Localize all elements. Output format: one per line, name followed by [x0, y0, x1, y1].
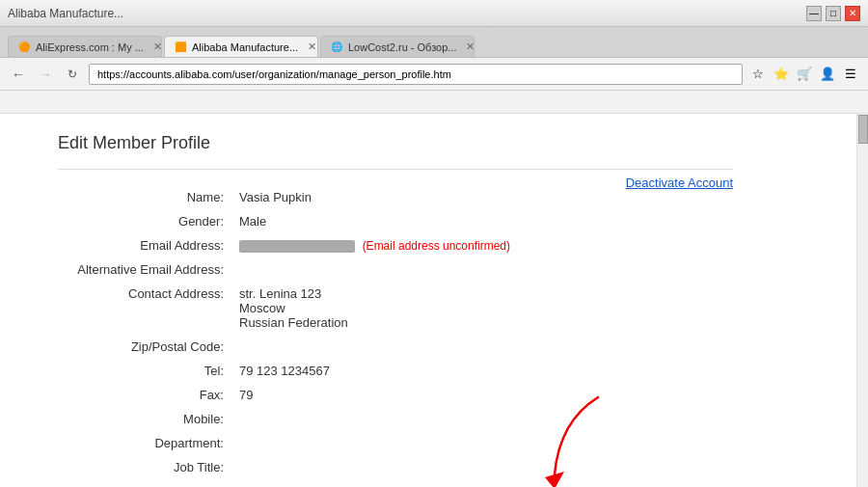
field-value-zip	[231, 335, 733, 359]
field-label-email: Email Address:	[58, 233, 231, 257]
page-content: Edit Member Profile Deactivate Account N…	[0, 114, 868, 487]
table-row: Department:	[58, 431, 733, 455]
field-label-address: Contact Address:	[58, 282, 231, 335]
tab-close-1[interactable]: ✕	[153, 41, 162, 53]
field-value-fax: 79	[231, 383, 733, 407]
table-row: Job Title:	[58, 455, 733, 479]
tab-label-1: AliExpress.com : My ...	[36, 41, 144, 53]
email-unconfirmed-label: (Email address unconfirmed)	[363, 239, 510, 253]
table-row: Contact Address: str. Lenina 123MoscowRu…	[58, 282, 733, 335]
email-blurred	[239, 240, 355, 253]
profile-table: Name: Vasia Pupkin Gender: Male Email Ad…	[58, 185, 733, 479]
table-row: Alternative Email Address:	[58, 257, 733, 282]
field-label-mobile: Mobile:	[58, 407, 231, 431]
bookmarks-bar	[0, 91, 868, 114]
field-value-address: str. Lenina 123MoscowRussian Federation	[231, 282, 733, 335]
title-bar: Alibaba Manufacture... — □ ✕	[0, 0, 868, 27]
field-label-tel: Tel:	[58, 359, 231, 383]
page-wrapper: Edit Member Profile Deactivate Account N…	[0, 114, 868, 487]
tab-aliexpress[interactable]: 🟠 AliExpress.com : My ... ✕	[8, 36, 162, 57]
tab-favicon-2: 🟧	[175, 41, 186, 52]
field-value-alt-email	[231, 257, 733, 282]
scrollbar-track[interactable]	[856, 114, 868, 487]
refresh-button[interactable]: ↻	[62, 64, 83, 85]
page-title: Edit Member Profile	[58, 133, 733, 153]
user-icon[interactable]: 👤	[818, 65, 837, 84]
address-bar: ← → ↻ ☆ ⭐ 🛒 👤 ☰	[0, 58, 868, 91]
maximize-button[interactable]: □	[826, 6, 841, 21]
deactivate-account-link[interactable]: Deactivate Account	[626, 176, 733, 190]
field-label-fax: Fax:	[58, 383, 231, 407]
field-label-zip: Zip/Postal Code:	[58, 335, 231, 359]
field-value-mobile	[231, 407, 733, 431]
menu-icon[interactable]: ☰	[841, 65, 860, 84]
minimize-button[interactable]: —	[806, 6, 822, 21]
field-label-jobtitle: Job Title:	[58, 455, 231, 479]
field-label-name: Name:	[58, 185, 231, 209]
tab-close-2[interactable]: ✕	[308, 41, 316, 53]
table-row: Fax: 79	[58, 383, 733, 407]
cart-icon[interactable]: 🛒	[795, 65, 814, 84]
field-label-gender: Gender:	[58, 209, 231, 233]
page-tab-title: Alibaba Manufacture...	[8, 7, 123, 20]
tab-lowcost[interactable]: 🌐 LowCost2.ru - Обзор... ✕	[320, 36, 475, 57]
field-label-department: Department:	[58, 431, 231, 455]
field-value-department	[231, 431, 733, 455]
field-value-tel: 79 123 1234567	[231, 359, 733, 383]
tab-label-3: LowCost2.ru - Обзор...	[348, 41, 456, 53]
back-button[interactable]: ←	[8, 64, 29, 85]
tab-bar: 🟠 AliExpress.com : My ... ✕ 🟧 Alibaba Ma…	[0, 27, 868, 58]
tab-favicon-3: 🌐	[331, 41, 342, 52]
table-row: Email Address: (Email address unconfirme…	[58, 233, 733, 257]
tab-favicon-1: 🟠	[18, 41, 30, 52]
field-value-email: (Email address unconfirmed)	[231, 233, 733, 257]
profile-section: Deactivate Account Name: Vasia Pupkin Ge…	[58, 185, 733, 479]
title-bar-left: Alibaba Manufacture...	[8, 7, 123, 20]
deactivate-container: Deactivate Account	[626, 176, 733, 190]
table-row: Tel: 79 123 1234567	[58, 359, 733, 383]
divider	[58, 169, 733, 170]
tab-close-3[interactable]: ✕	[466, 41, 475, 53]
tab-label-2: Alibaba Manufacture...	[192, 41, 298, 53]
close-button[interactable]: ✕	[845, 6, 860, 21]
address-input[interactable]	[89, 64, 743, 85]
table-row: Zip/Postal Code:	[58, 335, 733, 359]
scrollbar-thumb[interactable]	[858, 115, 868, 144]
field-label-alt-email: Alternative Email Address:	[58, 257, 231, 282]
field-value-gender: Male	[231, 209, 733, 233]
table-row: Gender: Male	[58, 209, 733, 233]
table-row: Mobile:	[58, 407, 733, 431]
forward-button[interactable]: →	[35, 64, 56, 85]
toolbar-icons: ☆ ⭐ 🛒 👤 ☰	[748, 65, 860, 84]
field-value-jobtitle	[231, 455, 733, 479]
bookmarks-icon[interactable]: ☆	[748, 65, 768, 84]
window-controls: — □ ✕	[806, 6, 860, 21]
main-content: Edit Member Profile Deactivate Account N…	[0, 114, 791, 487]
star-icon[interactable]: ⭐	[772, 65, 791, 84]
tab-alibaba[interactable]: 🟧 Alibaba Manufacture... ✕	[164, 36, 318, 57]
